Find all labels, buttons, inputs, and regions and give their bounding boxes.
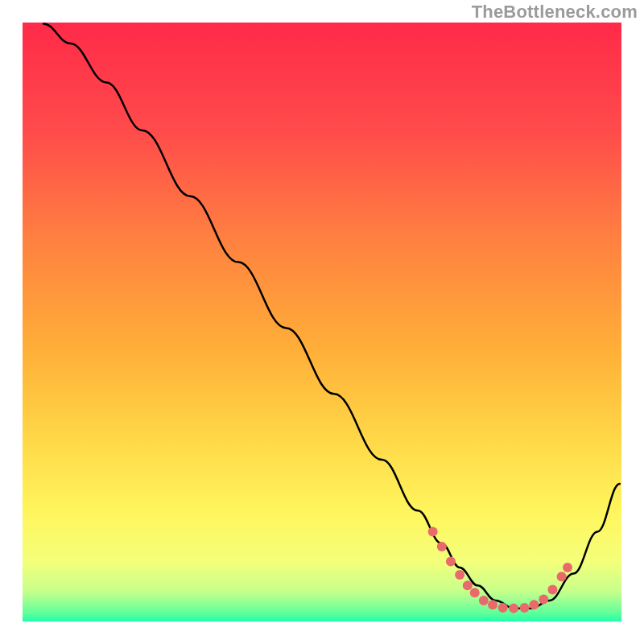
optimal-range-marker	[428, 526, 438, 536]
optimal-range-marker	[479, 596, 489, 605]
watermark-label: TheBottleneck.com	[472, 2, 638, 23]
optimal-range-marker	[470, 588, 480, 597]
bottleneck-chart	[0, 0, 644, 644]
optimal-range-marker	[446, 557, 456, 567]
optimal-range-marker	[437, 542, 447, 551]
optimal-range-marker	[539, 594, 548, 604]
optimal-range-marker	[488, 600, 497, 609]
optimal-range-marker	[529, 600, 539, 609]
optimal-range-marker	[547, 585, 557, 595]
optimal-range-marker	[455, 570, 464, 580]
optimal-range-marker	[519, 603, 529, 613]
chart-background	[23, 23, 621, 621]
optimal-range-marker	[509, 604, 518, 613]
chart-stage: TheBottleneck.com	[0, 0, 644, 644]
optimal-range-marker	[498, 603, 508, 613]
optimal-range-marker	[563, 563, 572, 572]
optimal-range-marker	[463, 580, 473, 590]
optimal-range-marker	[557, 572, 567, 581]
